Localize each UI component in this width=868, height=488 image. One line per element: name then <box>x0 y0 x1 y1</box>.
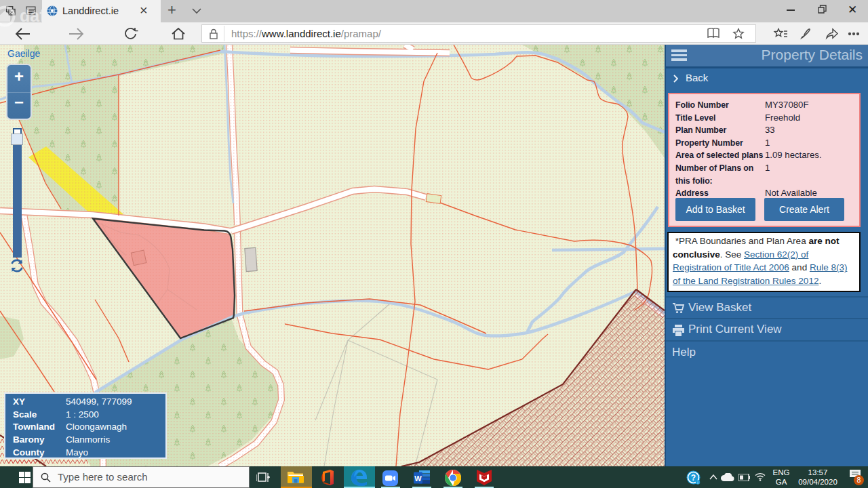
svg-text:?: ? <box>691 473 696 483</box>
svg-text:W: W <box>414 474 422 483</box>
svg-text:i: i <box>697 481 698 485</box>
